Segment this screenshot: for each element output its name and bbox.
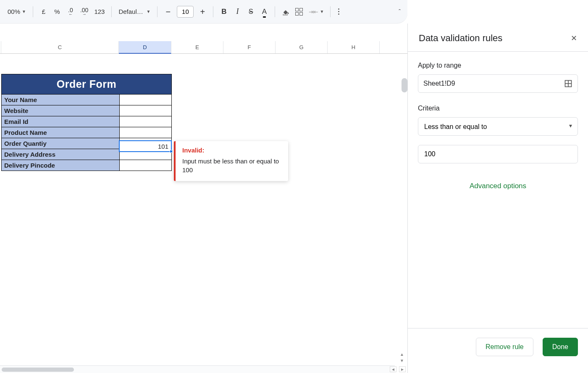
selection-handle[interactable] [170,150,173,153]
paint-bucket-icon [282,8,289,16]
grid-select-icon [564,79,572,88]
cell[interactable] [119,94,171,105]
col-header-f[interactable]: F [223,41,276,53]
close-panel-button[interactable]: ✕ [571,34,577,43]
divider [408,51,588,52]
bold-button[interactable]: B [218,5,230,18]
criteria-value-input[interactable] [418,145,578,163]
col-header-g[interactable]: G [276,41,328,53]
svg-rect-0 [283,14,288,15]
caret-down-icon: ▼ [320,9,323,14]
cell[interactable] [119,105,171,116]
currency-button[interactable]: £ [37,5,50,18]
form-label: Order Quantiy [2,138,119,149]
scroll-up-icon[interactable]: ▲ [400,352,404,357]
percent-button[interactable]: % [51,5,63,18]
decrease-decimal-button[interactable]: .0 ← [64,5,77,18]
cell-value: 101 [158,143,168,150]
merge-cells-dropdown[interactable]: ⇥⇤ ▼ [306,5,326,18]
zoom-value: 00% [8,8,20,15]
caret-down-icon: ▼ [147,9,151,14]
borders-icon [295,8,303,16]
apply-to-range-field[interactable]: Sheet1!D9 [418,74,578,93]
error-title: Invalid: [182,146,281,155]
separator [157,6,158,17]
scroll-down-icon[interactable]: ▼ [400,358,404,363]
remove-rule-button[interactable]: Remove rule [476,338,533,356]
cell[interactable] [119,127,171,138]
separator [33,6,33,17]
form-label: Product Name [2,127,119,138]
spreadsheet-area[interactable]: C D E F G H Order Form Your Name Website… [0,24,407,373]
form-label: Your Name [2,94,119,105]
text-color-button[interactable]: A [258,5,270,18]
column-headers: C D E F G H [0,41,407,54]
close-icon: ✕ [571,34,577,42]
next-sheet-icon[interactable]: ▸ [399,366,406,372]
order-form-table: Order Form Your Name Website Email Id Pr… [1,74,172,171]
error-message: Input must be less than or equal to 100 [182,157,281,174]
selected-cell-d9[interactable]: 101 [119,140,172,152]
increase-font-button[interactable]: + [196,5,209,18]
col-header-e[interactable]: E [171,41,223,53]
col-header-d[interactable]: D [119,41,171,54]
form-label: Delivery Pincode [2,160,119,171]
separator [330,6,331,17]
form-title: Order Form [2,74,171,94]
separator [111,6,112,17]
separator [213,6,213,17]
col-header-h[interactable]: H [328,41,380,53]
form-label: Email Id [2,116,119,127]
cell[interactable] [119,160,171,171]
sheet-tab-nav[interactable]: ◂ ▸ [390,366,406,372]
strikethrough-button[interactable]: S [244,5,257,18]
prev-sheet-icon[interactable]: ◂ [390,366,396,372]
horizontal-scrollbar-thumb[interactable] [2,368,74,372]
chevron-up-icon: ˆ [399,8,401,15]
increase-decimal-button[interactable]: .00 → [78,5,91,18]
number-format-button[interactable]: 123 [92,5,107,18]
done-button[interactable]: Done [543,338,578,356]
caret-down-icon: ▼ [22,9,26,14]
cell[interactable] [119,116,171,127]
col-header-c[interactable]: C [1,41,119,53]
more-toolbar-button[interactable] [332,5,345,18]
fill-color-button[interactable] [279,8,292,16]
advanced-options-link[interactable]: Advanced options [418,182,578,190]
borders-button[interactable] [293,5,305,18]
zoom-dropdown[interactable]: 00% ▼ [5,5,29,18]
criteria-label: Criteria [418,105,578,112]
font-size-input[interactable] [177,6,194,18]
separator [275,6,275,17]
font-family-value: Defaul… [118,8,143,15]
toolbar: 00% ▼ £ % .0 ← .00 → 123 Defaul… ▼ − + B… [0,0,407,24]
criteria-select[interactable]: Less than or equal to [418,117,578,136]
range-value: Sheet1!D9 [423,80,455,87]
more-vertical-icon [338,8,339,15]
italic-button[interactable]: I [231,5,244,18]
arrow-left-icon: ← [68,12,73,16]
font-family-dropdown[interactable]: Defaul… ▼ [116,5,153,18]
data-validation-panel: Data validation rules ✕ Apply to range S… [407,24,588,373]
panel-title: Data validation rules [419,33,502,44]
horizontal-scrollbar[interactable] [0,365,395,373]
arrow-right-icon: → [82,12,87,16]
collapse-toolbar-button[interactable]: ˆ [399,8,401,15]
decrease-font-button[interactable]: − [162,5,174,18]
form-label: Website [2,105,119,116]
validation-error-popover: Invalid: Input must be less than or equa… [174,141,288,181]
merge-icon: ⇥⇤ [309,8,318,15]
form-label: Delivery Address [2,149,119,160]
apply-to-range-label: Apply to range [418,62,578,69]
